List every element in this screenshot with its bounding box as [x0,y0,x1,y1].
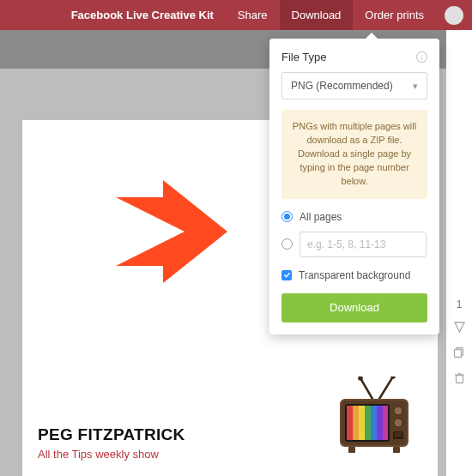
design-title: Facebook Live Creative Kit [71,9,214,21]
avatar[interactable] [445,6,463,25]
annotation-arrow-icon [116,180,245,286]
svg-rect-11 [371,406,377,440]
svg-rect-13 [383,406,388,440]
transparent-label: Transparent background [299,269,410,281]
share-button[interactable]: Share [226,0,280,30]
download-confirm-button[interactable]: Download [281,293,427,322]
transparent-checkbox[interactable] [281,270,292,280]
copy-page-icon[interactable] [453,346,465,362]
delete-page-icon[interactable] [454,372,465,388]
page-number: 1 [457,298,463,310]
order-prints-button[interactable]: Order prints [353,0,436,30]
page-range-input[interactable] [300,232,427,257]
svg-line-0 [360,378,372,399]
svg-line-1 [379,377,393,399]
info-icon[interactable]: i [416,51,427,63]
page-range-radio[interactable] [281,238,293,250]
download-button[interactable]: Download [280,0,354,30]
svg-rect-20 [348,447,355,453]
page-rail: 1 [453,298,465,388]
svg-rect-12 [377,406,383,440]
top-bar: Facebook Live Creative Kit Share Downloa… [0,0,472,30]
svg-point-15 [394,419,402,427]
svg-rect-24 [455,350,462,358]
download-dropdown: File Type i PNG (Recommended) ▾ PNGs wit… [269,39,439,334]
page-heading: PEG FITZPATRICK [38,425,185,444]
page-subheading: All the Tips weekly show [38,448,185,461]
svg-rect-16 [393,431,403,439]
svg-rect-21 [393,447,400,453]
svg-rect-9 [359,406,365,440]
zip-notice: PNGs with multiple pages will download a… [281,110,427,199]
svg-rect-25 [456,376,463,383]
all-pages-radio[interactable] [281,211,293,222]
svg-rect-8 [353,406,359,440]
page-text-block: PEG FITZPATRICK All the Tips weekly show [38,425,185,461]
svg-point-14 [394,407,402,415]
svg-rect-7 [347,406,353,440]
tv-illustration [336,377,412,459]
chevron-down-icon: ▾ [413,81,418,92]
svg-marker-28 [116,180,227,283]
file-type-select[interactable]: PNG (Recommended) ▾ [281,72,427,99]
file-type-label: File Type [281,51,327,63]
svg-marker-22 [455,322,464,332]
add-page-icon[interactable] [454,321,465,336]
svg-rect-10 [365,406,371,440]
file-type-value: PNG (Recommended) [291,80,393,92]
all-pages-label: All pages [300,211,342,223]
